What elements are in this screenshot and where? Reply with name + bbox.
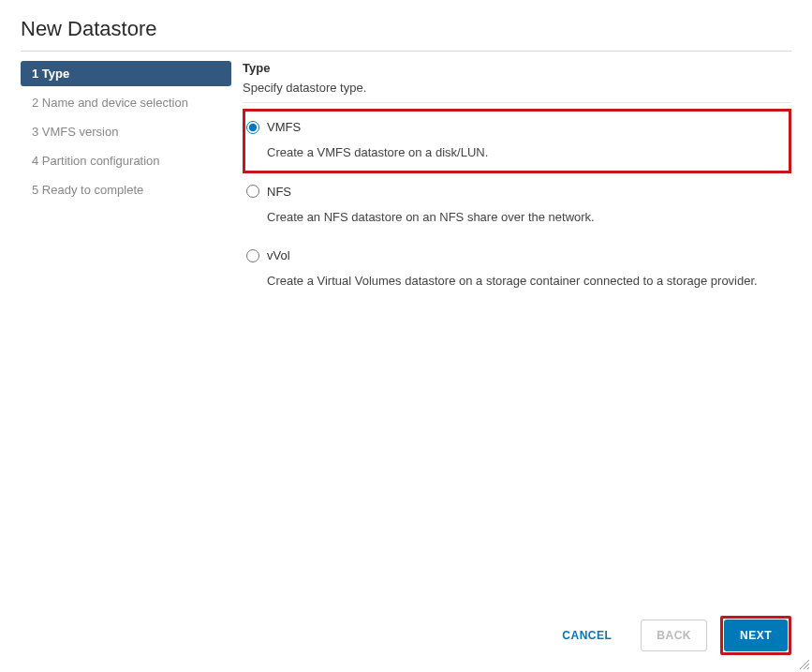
- dialog-content: 1 Type 2 Name and device selection 3 VMF…: [21, 52, 791, 599]
- option-nfs[interactable]: NFS Create an NFS datastore on an NFS sh…: [243, 173, 791, 238]
- cancel-button[interactable]: CANCEL: [546, 620, 627, 651]
- option-vmfs-row[interactable]: VMFS: [246, 120, 784, 134]
- wizard-step-partition[interactable]: 4 Partition configuration: [21, 148, 231, 173]
- wizard-step-type[interactable]: 1 Type: [21, 61, 231, 86]
- section-heading: Type: [243, 61, 791, 75]
- wizard-step-name-device[interactable]: 2 Name and device selection: [21, 90, 231, 115]
- main-panel: Type Specify datastore type. VMFS Create…: [231, 61, 791, 599]
- radio-nfs[interactable]: [246, 185, 259, 198]
- resize-grip-icon[interactable]: [797, 657, 810, 670]
- option-vmfs[interactable]: VMFS Create a VMFS datastore on a disk/L…: [243, 109, 791, 173]
- option-vvol-desc: Create a Virtual Volumes datastore on a …: [267, 272, 784, 291]
- option-vvol[interactable]: vVol Create a Virtual Volumes datastore …: [243, 237, 791, 302]
- radio-vmfs[interactable]: [246, 121, 259, 134]
- back-button: BACK: [641, 620, 707, 651]
- next-button-highlight: NEXT: [720, 616, 791, 655]
- section-subtext: Specify datastore type.: [243, 81, 791, 95]
- divider: [243, 102, 791, 103]
- option-nfs-desc: Create an NFS datastore on an NFS share …: [267, 208, 784, 227]
- wizard-step-ready[interactable]: 5 Ready to complete: [21, 177, 231, 202]
- option-nfs-label: NFS: [267, 185, 291, 199]
- wizard-step-vmfs-version[interactable]: 3 VMFS version: [21, 119, 231, 144]
- next-button[interactable]: NEXT: [724, 620, 788, 651]
- option-vmfs-desc: Create a VMFS datastore on a disk/LUN.: [267, 143, 784, 162]
- new-datastore-dialog: New Datastore 1 Type 2 Name and device s…: [0, 0, 812, 672]
- radio-vvol[interactable]: [246, 249, 259, 262]
- option-vmfs-label: VMFS: [267, 120, 301, 134]
- option-vvol-label: vVol: [267, 248, 290, 262]
- svg-line-2: [807, 667, 809, 669]
- option-nfs-row[interactable]: NFS: [246, 185, 784, 199]
- option-vvol-row[interactable]: vVol: [246, 248, 784, 262]
- wizard-nav: 1 Type 2 Name and device selection 3 VMF…: [21, 61, 231, 599]
- dialog-footer: CANCEL BACK NEXT: [21, 599, 791, 672]
- datastore-type-options: VMFS Create a VMFS datastore on a disk/L…: [243, 109, 791, 302]
- dialog-title: New Datastore: [21, 17, 791, 52]
